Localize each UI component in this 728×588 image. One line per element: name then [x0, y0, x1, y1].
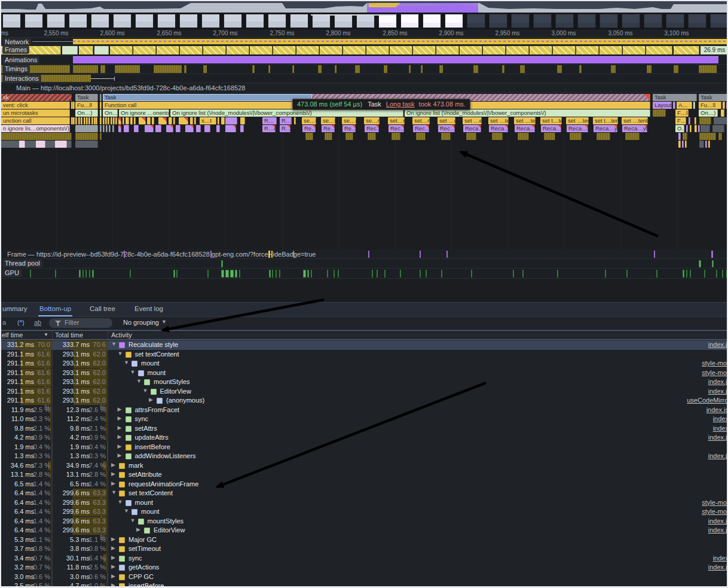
filmstrip-thumbnail[interactable]	[268, 14, 286, 28]
flame-bar[interactable]: Task	[103, 94, 312, 101]
flame-bar[interactable]: Rec…le	[389, 125, 404, 132]
flame-bar[interactable]	[75, 117, 77, 124]
filmstrip-thumbnail[interactable]	[47, 14, 65, 28]
timing-marker-bar[interactable]	[384, 65, 387, 73]
flame-bar[interactable]	[185, 125, 194, 132]
flame-bar[interactable]	[96, 117, 97, 124]
flame-bar[interactable]	[100, 125, 102, 132]
flame-bar[interactable]	[492, 133, 503, 140]
flame-bar[interactable]: R…e	[262, 125, 276, 132]
flame-bar[interactable]	[723, 102, 725, 109]
flame-bar[interactable]	[678, 141, 681, 148]
track-frames[interactable]: 26.9 ms Frames	[1, 45, 727, 56]
table-row[interactable]: 5.3 ms1.1 %5.3 ms1.1 %▶Major GC	[1, 535, 727, 545]
flame-bar[interactable]: n ignore lis…omponents\/)	[1, 125, 70, 132]
flame-bar[interactable]	[653, 109, 666, 117]
flame-bar[interactable]: Reca…yle	[594, 125, 617, 132]
header-activity[interactable]: Activity	[111, 331, 132, 339]
flame-bar[interactable]	[109, 125, 111, 132]
flame-bar[interactable]	[100, 102, 102, 109]
flame-bar[interactable]: O…	[675, 125, 684, 132]
tree-collapsed-icon[interactable]: ▶	[111, 545, 115, 551]
gpu-activity-bar[interactable]	[704, 270, 705, 278]
filmstrip-thumbnail[interactable]	[577, 14, 596, 28]
filmstrip-thumbnail[interactable]	[467, 14, 485, 28]
source-link[interactable]: index.js	[708, 388, 727, 395]
activity-label[interactable]: addWindowListeners	[135, 452, 196, 459]
flame-bar[interactable]: se…nt	[342, 117, 356, 124]
table-row[interactable]: 3.0 ms0.6 %3.0 ms0.6 %▶CPP GC	[1, 572, 727, 582]
gpu-activity-bar[interactable]	[420, 270, 421, 278]
flame-bar[interactable]	[721, 109, 724, 117]
flame-bar[interactable]: On ignore …onents\/)	[119, 109, 169, 117]
activity-label[interactable]: Major GC	[129, 536, 157, 543]
table-row[interactable]: 3.4 ms0.7 %30.1 ms6.4 %▶syncindex.	[1, 554, 727, 563]
flame-bar[interactable]	[714, 117, 727, 124]
flame-bar[interactable]	[204, 125, 210, 132]
flame-bar[interactable]	[682, 141, 684, 148]
filmstrip-thumbnail[interactable]	[555, 14, 574, 28]
frame-segment[interactable]	[674, 46, 699, 54]
gpu-activity-bar[interactable]	[79, 270, 81, 278]
activity-label[interactable]: set textContent	[135, 351, 179, 358]
timing-marker-bar[interactable]	[520, 65, 525, 73]
flame-bar[interactable]: Task	[75, 94, 98, 101]
gpu-activity-bar[interactable]	[272, 270, 273, 278]
activity-label[interactable]: mount	[141, 508, 160, 515]
gpu-activity-bar[interactable]	[605, 270, 606, 278]
table-row[interactable]: 11.0 ms2.3 %11.2 ms2.4 %▶syncindex.	[1, 415, 727, 424]
gpu-activity-bar[interactable]	[207, 270, 209, 278]
flame-bar[interactable]: Reca…yle	[463, 125, 481, 132]
gpu-activity-bar[interactable]	[400, 270, 401, 278]
flame-bar[interactable]: un microtasks	[1, 109, 70, 117]
flame-bar[interactable]	[699, 133, 716, 140]
flame-bar[interactable]	[173, 117, 175, 124]
frame-segment[interactable]	[483, 46, 506, 54]
frame-segment[interactable]	[227, 46, 249, 54]
flame-bar[interactable]	[139, 117, 146, 124]
table-row[interactable]: 6.4 ms1.4 %299.6 ms63.3 %▼mountStylesind…	[1, 517, 727, 526]
filmstrip-thumbnail[interactable]	[622, 14, 640, 28]
frame-segment[interactable]	[553, 46, 576, 54]
flame-bar[interactable]	[169, 117, 172, 124]
gpu-activity-bar[interactable]	[722, 270, 723, 278]
timing-marker-bar[interactable]	[335, 65, 337, 73]
flame-bar[interactable]	[152, 117, 154, 124]
gpu-activity-bar[interactable]	[716, 270, 717, 278]
timeline-ruler[interactable]: ms2,550 ms2,600 ms2,650 ms2,700 ms2,750 …	[1, 29, 727, 38]
flame-bar[interactable]	[518, 133, 529, 140]
flame-bar[interactable]	[345, 133, 353, 140]
flame-bar[interactable]	[194, 117, 196, 124]
track-network[interactable]: Network	[1, 38, 727, 45]
filmstrip-thumbnail[interactable]	[710, 14, 728, 28]
activity-label[interactable]: mountStyles	[148, 517, 184, 525]
flame-bar[interactable]	[176, 125, 181, 132]
gpu-activity-bar[interactable]	[82, 270, 84, 278]
flame-bar[interactable]	[86, 117, 88, 124]
flame-bar[interactable]	[100, 109, 102, 117]
track-gpu[interactable]: GPU	[1, 269, 727, 279]
flame-bar[interactable]: Reca…yle	[541, 125, 561, 132]
timing-marker-bar[interactable]	[73, 65, 98, 73]
filmstrip-thumbnail[interactable]	[25, 14, 43, 28]
flame-bar[interactable]: set …ent	[438, 117, 455, 124]
flame-bar[interactable]: Layout	[653, 102, 672, 109]
flame-bar[interactable]: set …tent	[566, 117, 589, 124]
flame-bar[interactable]	[391, 133, 400, 140]
flame-bar[interactable]: Rec…yle	[438, 125, 455, 132]
table-row[interactable]: 11.9 ms2.5 %12.3 ms2.6 %▶attrsFromFaceti…	[1, 406, 727, 415]
timing-marker-bar[interactable]	[557, 65, 562, 73]
track-frame[interactable]: Frame — https://id-preview--bd53fd9d-728…	[1, 249, 727, 259]
flame-bar[interactable]	[105, 117, 107, 124]
source-link[interactable]: index.	[713, 415, 727, 422]
frame-segment[interactable]	[343, 46, 366, 54]
table-row[interactable]: 6.4 ms1.4 %299.6 ms63.3 %▼mountstyle-mod	[1, 507, 727, 517]
frame-segment[interactable]	[110, 46, 133, 54]
tree-collapsed-icon[interactable]: ▶	[136, 526, 140, 532]
gpu-activity-bar[interactable]	[221, 270, 224, 278]
table-row[interactable]: 34.6 ms7.3 %34.9 ms7.4 %▶mark	[1, 461, 727, 471]
filmstrip-thumbnail[interactable]	[157, 14, 176, 28]
flame-bar[interactable]	[111, 117, 112, 124]
flame-bar[interactable]: Reca…tyle	[515, 125, 535, 132]
flame-bar[interactable]	[88, 117, 90, 124]
